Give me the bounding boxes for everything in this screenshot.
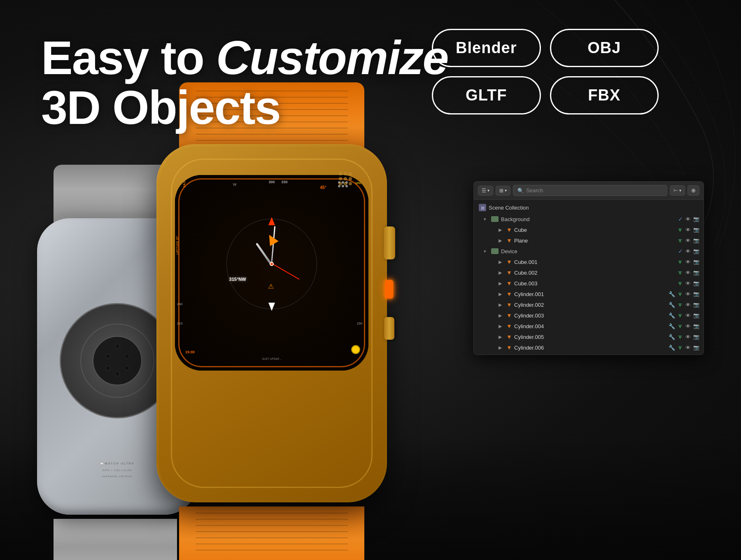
cyl001-wrench-icon[interactable]: 🔧 xyxy=(669,291,675,297)
device-row-icons: ✓ 👁 📷 xyxy=(678,248,699,254)
cyl003-wrench-icon[interactable]: 🔧 xyxy=(669,313,675,319)
cyl001-eye-icon[interactable]: 👁 xyxy=(685,291,691,297)
cylinder001-label: Cylinder.001 xyxy=(514,291,667,297)
cylinder003-row[interactable]: ▶ ▼ Cylinder.003 🔧 ⛛ 👁 📷 xyxy=(474,310,704,321)
outliner-panel: ☰ ▾ ⊞ ▾ 🔍 Search ⊢ ▾ ⊕ ▦ S xyxy=(473,181,704,355)
cube001-row[interactable]: ▶ ▼ Cube.001 ⛛ 👁 📷 xyxy=(474,257,704,267)
cyl005-wrench-icon[interactable]: 🔧 xyxy=(669,334,675,340)
device-camera-icon[interactable]: 📷 xyxy=(693,248,699,254)
background-check-icon[interactable]: ✓ xyxy=(678,216,683,222)
cyl006-camera-icon[interactable]: 📷 xyxy=(693,345,699,350)
cylinder001-row-icons: 🔧 ⛛ 👁 📷 xyxy=(669,291,699,297)
background-eye-icon[interactable]: 👁 xyxy=(685,216,691,222)
background-group-label: Background xyxy=(501,216,676,222)
plane-camera-icon[interactable]: 📷 xyxy=(693,238,699,243)
cyl003-mesh-icon: ▼ xyxy=(506,312,513,319)
cube002-row-icons: ⛛ 👁 📷 xyxy=(678,270,699,276)
cube001-eye-icon[interactable]: 👁 xyxy=(685,259,691,265)
view-mode-btn[interactable]: ☰ ▾ xyxy=(478,186,493,196)
plane-funnel-icon[interactable]: ⛛ xyxy=(678,238,683,244)
background-camera-icon[interactable]: 📷 xyxy=(693,216,699,222)
title-highlight: Customize xyxy=(216,31,448,84)
expand-cube003-icon[interactable]: ▶ xyxy=(499,281,504,286)
filter-btn[interactable]: ⊢ ▾ xyxy=(670,185,685,196)
cube001-funnel-icon[interactable]: ⛛ xyxy=(678,259,683,265)
cylinder001-row[interactable]: ▶ ▼ Cylinder.001 🔧 ⛛ 👁 📷 xyxy=(474,289,704,299)
cube003-mesh-icon: ▼ xyxy=(506,280,513,287)
cube-row[interactable]: ▶ ▼ Cube ⛛ 👁 📷 xyxy=(474,224,704,235)
cyl003-camera-icon[interactable]: 📷 xyxy=(693,313,699,318)
cyl001-camera-icon[interactable]: 📷 xyxy=(693,291,699,297)
cyl005-camera-icon[interactable]: 📷 xyxy=(693,334,699,340)
cube001-label: Cube.001 xyxy=(514,259,676,265)
cylinder006-row[interactable]: ▶ ▼ Cylinder.006 🔧 ⛛ 👁 📷 xyxy=(474,342,704,353)
expand-cube002-icon[interactable]: ▶ xyxy=(499,270,504,275)
expand-cyl004-icon[interactable]: ▶ xyxy=(499,324,504,329)
cube002-row[interactable]: ▶ ▼ Cube.002 ⛛ 👁 📷 xyxy=(474,267,704,278)
badge-gltf[interactable]: GLTF xyxy=(432,76,541,114)
expand-cube-icon[interactable]: ▶ xyxy=(499,227,504,233)
cyl002-wrench-icon[interactable]: 🔧 xyxy=(669,302,675,308)
cyl005-funnel-icon[interactable]: ⛛ xyxy=(678,334,683,340)
badge-blender[interactable]: Blender xyxy=(432,29,541,67)
cube002-camera-icon[interactable]: 📷 xyxy=(693,270,699,275)
expand-cyl001-icon[interactable]: ▶ xyxy=(499,292,504,297)
cyl006-eye-icon[interactable]: 👁 xyxy=(685,345,691,351)
badge-obj[interactable]: OBJ xyxy=(550,29,659,67)
expand-cyl006-icon[interactable]: ▶ xyxy=(499,345,504,350)
expand-cube001-icon[interactable]: ▶ xyxy=(499,259,504,265)
device-eye-icon[interactable]: 👁 xyxy=(685,248,691,254)
cube003-camera-icon[interactable]: 📷 xyxy=(693,280,699,286)
cyl004-eye-icon[interactable]: 👁 xyxy=(685,323,691,329)
device-group-row[interactable]: ▾ Device ✓ 👁 📷 xyxy=(474,246,704,257)
cube003-funnel-icon[interactable]: ⛛ xyxy=(678,280,683,287)
expand-cyl003-icon[interactable]: ▶ xyxy=(499,313,504,318)
cyl004-camera-icon[interactable]: 📷 xyxy=(693,323,699,329)
scene-collection-row[interactable]: ▦ Scene Collection xyxy=(474,201,704,214)
cyl001-funnel-icon[interactable]: ⛛ xyxy=(678,291,683,297)
expand-cyl002-icon[interactable]: ▶ xyxy=(499,302,504,308)
cyl004-wrench-icon[interactable]: 🔧 xyxy=(669,323,675,329)
cylinder004-row[interactable]: ▶ ▼ Cylinder.004 🔧 ⛛ 👁 📷 xyxy=(474,321,704,331)
cyl002-camera-icon[interactable]: 📷 xyxy=(693,302,699,308)
scene-icon: ▦ xyxy=(479,204,486,211)
display-mode-btn[interactable]: ⊞ ▾ xyxy=(496,186,510,196)
cylinder002-row[interactable]: ▶ ▼ Cylinder.002 🔧 ⛛ 👁 📷 xyxy=(474,299,704,310)
cube001-camera-icon[interactable]: 📷 xyxy=(693,259,699,265)
cube002-funnel-icon[interactable]: ⛛ xyxy=(678,270,683,276)
cube003-eye-icon[interactable]: 👁 xyxy=(685,280,691,287)
cyl006-wrench-icon[interactable]: 🔧 xyxy=(669,345,675,351)
cube002-eye-icon[interactable]: 👁 xyxy=(685,270,691,276)
cyl002-eye-icon[interactable]: 👁 xyxy=(685,302,691,308)
expand-plane-icon[interactable]: ▶ xyxy=(499,238,504,243)
cube-eye-icon[interactable]: 👁 xyxy=(685,227,691,233)
expand-device-icon[interactable]: ▾ xyxy=(484,249,489,254)
cube-funnel-icon[interactable]: ⛛ xyxy=(678,227,683,233)
cylinder002-label: Cylinder.002 xyxy=(514,302,667,308)
expand-cyl005-icon[interactable]: ▶ xyxy=(499,334,504,340)
expand-background-icon[interactable]: ▾ xyxy=(484,217,489,222)
cyl003-funnel-icon[interactable]: ⛛ xyxy=(678,313,683,319)
title-section: Easy to Customize 3D Objects xyxy=(41,33,448,133)
cube001-mesh-icon: ▼ xyxy=(506,259,513,265)
cyl002-funnel-icon[interactable]: ⛛ xyxy=(678,302,683,308)
device-check-icon[interactable]: ✓ xyxy=(678,248,683,254)
cyl003-eye-icon[interactable]: 👁 xyxy=(685,313,691,319)
cube-camera-icon[interactable]: 📷 xyxy=(693,227,699,233)
plane-row[interactable]: ▶ ▼ Plane ⛛ 👁 📷 xyxy=(474,235,704,246)
plane-eye-icon[interactable]: 👁 xyxy=(685,238,691,244)
outliner-toolbar: ☰ ▾ ⊞ ▾ 🔍 Search ⊢ ▾ ⊕ xyxy=(474,182,704,200)
cylinder005-row[interactable]: ▶ ▼ Cylinder.005 🔧 ⛛ 👁 📷 xyxy=(474,331,704,342)
cyl004-mesh-icon: ▼ xyxy=(506,323,513,329)
background-group-row[interactable]: ▾ Background ✓ 👁 📷 xyxy=(474,214,704,224)
new-collection-btn[interactable]: ⊕ xyxy=(687,185,699,196)
cylinder004-row-icons: 🔧 ⛛ 👁 📷 xyxy=(669,323,699,329)
cube003-row[interactable]: ▶ ▼ Cube.003 ⛛ 👁 📷 xyxy=(474,278,704,289)
search-box[interactable]: 🔍 Search xyxy=(513,185,667,196)
cube-row-icons: ⛛ 👁 📷 xyxy=(678,227,699,233)
cyl006-funnel-icon[interactable]: ⛛ xyxy=(678,345,683,351)
cyl004-funnel-icon[interactable]: ⛛ xyxy=(678,323,683,329)
badge-fbx[interactable]: FBX xyxy=(550,76,659,114)
cyl005-eye-icon[interactable]: 👁 xyxy=(685,334,691,340)
title-line1: Easy to Customize xyxy=(41,33,448,83)
